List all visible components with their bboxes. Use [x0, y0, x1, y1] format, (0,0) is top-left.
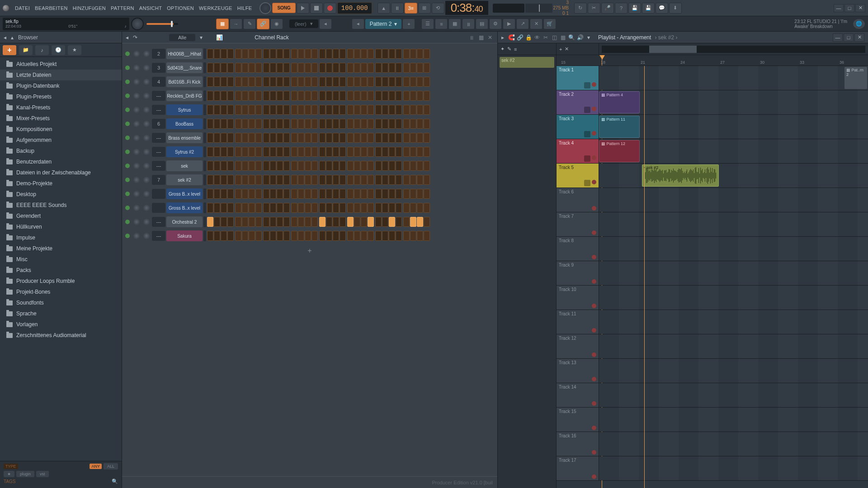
- step-cell[interactable]: [277, 49, 283, 59]
- step-cell[interactable]: [347, 217, 354, 227]
- step-cell[interactable]: [347, 77, 354, 87]
- step-cell[interactable]: [305, 189, 311, 199]
- step-cell[interactable]: [207, 189, 213, 199]
- step-cell[interactable]: [227, 77, 234, 87]
- step-cell[interactable]: [311, 217, 318, 227]
- channel-select[interactable]: [203, 188, 206, 199]
- tree-item[interactable]: Zerschnittenes Audiomaterial: [0, 330, 122, 341]
- step-cell[interactable]: [319, 231, 326, 241]
- step-cell[interactable]: [270, 49, 276, 59]
- step-cell[interactable]: [207, 133, 213, 143]
- channel-pan-knob[interactable]: [133, 78, 140, 85]
- pl-magnet-icon[interactable]: 🧲: [508, 34, 515, 41]
- channel-vol-knob[interactable]: [143, 204, 150, 211]
- step-cell[interactable]: [389, 217, 395, 227]
- step-cell[interactable]: [326, 119, 332, 129]
- step-cell[interactable]: [311, 119, 318, 129]
- channel-name-button[interactable]: Gross B..x level: [166, 202, 203, 213]
- step-cell[interactable]: [255, 133, 262, 143]
- channel-mute-led[interactable]: [125, 178, 130, 182]
- step-cell[interactable]: [417, 189, 423, 199]
- step-cell[interactable]: [207, 119, 213, 129]
- track-header[interactable]: Track 11: [557, 310, 599, 334]
- channel-vol-knob[interactable]: [143, 120, 150, 127]
- snap-prev-button[interactable]: ◂: [319, 19, 332, 29]
- step-cell[interactable]: [424, 133, 430, 143]
- step-cell[interactable]: [277, 203, 283, 213]
- step-cell[interactable]: [382, 133, 388, 143]
- step-cell[interactable]: [227, 175, 234, 185]
- step-cell[interactable]: [319, 119, 326, 129]
- step-cell[interactable]: [410, 133, 416, 143]
- step-cell[interactable]: [347, 175, 354, 185]
- globe-icon[interactable]: 🌐: [853, 19, 865, 29]
- main-knob[interactable]: [259, 2, 271, 14]
- step-cell[interactable]: [396, 105, 402, 115]
- step-cell[interactable]: [361, 49, 367, 59]
- channel-select[interactable]: [203, 104, 206, 115]
- step-cell[interactable]: [283, 203, 290, 213]
- step-cell[interactable]: [235, 49, 241, 59]
- step-cell[interactable]: [207, 203, 213, 213]
- step-cell[interactable]: [311, 203, 318, 213]
- step-cell[interactable]: [340, 161, 346, 171]
- step-cell[interactable]: [396, 91, 402, 101]
- channel-route[interactable]: 4: [152, 77, 165, 87]
- step-cell[interactable]: [410, 105, 416, 115]
- step-cell[interactable]: [221, 63, 227, 73]
- step-cell[interactable]: [417, 147, 423, 157]
- channel-vol-knob[interactable]: [143, 50, 150, 57]
- step-cell[interactable]: [277, 119, 283, 129]
- step-cell[interactable]: [368, 133, 374, 143]
- step-cell[interactable]: [417, 49, 423, 59]
- step-cell[interactable]: [403, 217, 410, 227]
- step-cell[interactable]: [382, 49, 388, 59]
- channel-route[interactable]: ---: [152, 147, 165, 157]
- step-cell[interactable]: [249, 147, 255, 157]
- step-cell[interactable]: [368, 189, 374, 199]
- master-pitch[interactable]: [525, 4, 552, 13]
- step-cell[interactable]: [340, 203, 346, 213]
- view-channel-button[interactable]: ▦: [448, 19, 461, 29]
- track-header[interactable]: Track 1: [557, 66, 599, 90]
- step-cell[interactable]: [382, 217, 388, 227]
- step-cell[interactable]: [277, 77, 283, 87]
- tree-item[interactable]: EEEE EEEE Sounds: [0, 200, 122, 211]
- pl-i3-icon[interactable]: 🔍: [568, 34, 575, 41]
- step-cell[interactable]: [403, 203, 410, 213]
- step-cell[interactable]: [396, 63, 402, 73]
- step-cell[interactable]: [382, 231, 388, 241]
- track-lane[interactable]: [599, 456, 868, 480]
- step-cell[interactable]: [214, 147, 220, 157]
- step-cell[interactable]: [368, 91, 374, 101]
- channel-pan-knob[interactable]: [133, 120, 140, 127]
- track-rec-button[interactable]: [592, 401, 596, 406]
- step-cell[interactable]: [361, 147, 367, 157]
- channel-name-button[interactable]: Hh006B__.Hihat: [166, 48, 203, 59]
- channel-route[interactable]: 6: [152, 119, 165, 129]
- step-cell[interactable]: [354, 49, 360, 59]
- view-playlist-button[interactable]: ☰: [421, 19, 434, 29]
- step-cell[interactable]: [354, 203, 360, 213]
- channel-mute-led[interactable]: [125, 192, 130, 196]
- step-cell[interactable]: [403, 189, 410, 199]
- step-cell[interactable]: [214, 91, 220, 101]
- step-cell[interactable]: [340, 217, 346, 227]
- step-cell[interactable]: [311, 77, 318, 87]
- channel-name-button[interactable]: Reckles_DnB FG: [166, 90, 203, 101]
- step-cell[interactable]: [263, 91, 269, 101]
- browser-tab-add[interactable]: +: [3, 45, 16, 55]
- step-cell[interactable]: [382, 105, 388, 115]
- step-cell[interactable]: [354, 189, 360, 199]
- step-cell[interactable]: [410, 147, 416, 157]
- step-cell[interactable]: [255, 77, 262, 87]
- step-cell[interactable]: [242, 175, 248, 185]
- track-lane[interactable]: [599, 237, 868, 261]
- pl-close-button[interactable]: ✕: [854, 33, 864, 42]
- step-cell[interactable]: [214, 217, 220, 227]
- channel-name-button[interactable]: Gross B..x level: [166, 188, 203, 199]
- step-cell[interactable]: [424, 161, 430, 171]
- step-cell[interactable]: [347, 91, 354, 101]
- picker-add-icon[interactable]: ✦: [500, 46, 505, 52]
- view-mixer-button[interactable]: ⫼: [462, 19, 475, 29]
